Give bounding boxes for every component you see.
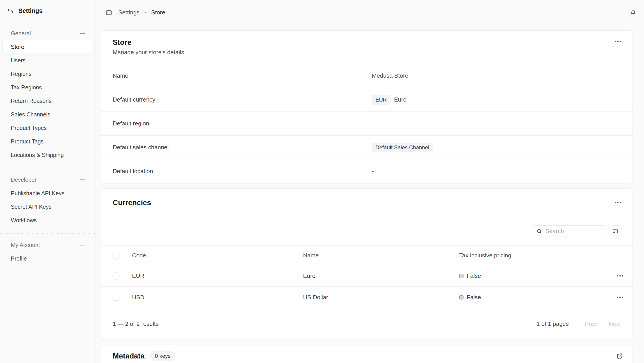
sidebar-item-store[interactable]: Store	[3, 40, 93, 54]
search-icon	[536, 228, 542, 234]
settings-sidebar: Settings General Store Users Regions Tax…	[0, 0, 96, 363]
cell-tax-inclusive: False	[467, 273, 481, 280]
row-value: -	[372, 120, 621, 127]
row-label: Default currency	[113, 96, 372, 103]
store-row-default-sales-channel: Default sales channel Default Sales Chan…	[101, 135, 632, 159]
settings-content: Store Manage your store's details Name M…	[96, 25, 644, 363]
store-row-name: Name Medusa Store	[101, 64, 632, 88]
section-header-my-account[interactable]: My Account	[3, 238, 93, 252]
sidebar-item-publishable-api-keys[interactable]: Publishable API Keys	[3, 186, 93, 200]
sidebar-item-regions[interactable]: Regions	[3, 67, 93, 81]
currencies-menu-button[interactable]	[612, 199, 624, 206]
store-card: Store Manage your store's details Name M…	[101, 31, 632, 183]
breadcrumb-separator-icon	[143, 10, 148, 15]
sidebar-item-product-tags[interactable]: Product Tags	[3, 135, 93, 148]
back-arrow-icon	[7, 7, 14, 14]
store-card-title: Store	[113, 38, 184, 47]
results-count: 1 — 2 of 2 results	[113, 321, 159, 328]
metadata-card-title: Metadata	[113, 352, 144, 360]
sidebar-title: Settings	[18, 7, 42, 14]
store-card-subtitle: Manage your store's details	[113, 49, 184, 56]
ellipsis-icon	[615, 41, 616, 42]
row-value: Euro	[394, 96, 406, 103]
sidebar-section-my-account: My Account Profile	[0, 234, 96, 272]
breadcrumb-store: Store	[151, 9, 165, 16]
sidebar-item-users[interactable]: Users	[3, 54, 93, 67]
section-label: My Account	[11, 242, 40, 248]
currencies-toolbar	[101, 217, 632, 245]
collapse-icon	[80, 245, 85, 245]
ellipsis-icon	[615, 202, 616, 203]
row-value: -	[372, 168, 621, 175]
store-row-default-currency: Default currency EUR Euro	[101, 88, 632, 111]
sidebar-back-header[interactable]: Settings	[0, 0, 96, 22]
metadata-card: Metadata 0 keys	[101, 345, 632, 363]
select-all-checkbox[interactable]	[113, 252, 120, 259]
sidebar-section-developer: Developer Publishable API Keys Secret AP…	[0, 168, 96, 233]
currency-code-badge: EUR	[372, 95, 390, 104]
breadcrumb-settings[interactable]: Settings	[118, 9, 140, 16]
app-root: Settings General Store Users Regions Tax…	[0, 0, 644, 363]
row-checkbox[interactable]	[113, 294, 120, 301]
next-page-button[interactable]: Next	[603, 321, 627, 328]
currency-row-eur[interactable]: EUR Euro False	[101, 265, 632, 287]
sort-descending-icon	[612, 228, 619, 235]
external-link-icon	[616, 353, 623, 360]
breadcrumb: Settings Store	[118, 9, 165, 16]
sidebar-item-secret-api-keys[interactable]: Secret API Keys	[3, 200, 93, 213]
sidebar-item-return-reasons[interactable]: Return Reasons	[3, 94, 93, 108]
sales-channel-badge: Default Sales Channel	[372, 143, 433, 152]
ellipsis-icon	[617, 275, 618, 277]
cell-name: Euro	[303, 273, 459, 280]
column-header-code: Code	[132, 252, 303, 259]
row-label: Name	[113, 72, 372, 79]
sidebar-item-tax-regions[interactable]: Tax Regions	[3, 81, 93, 94]
page-count: 1 of 1 pages	[536, 321, 569, 328]
section-header-developer[interactable]: Developer	[3, 173, 93, 186]
currency-row-menu-button[interactable]	[614, 273, 626, 279]
cell-name: US Dollar	[303, 294, 459, 301]
false-indicator-icon	[459, 295, 464, 300]
store-row-default-region: Default region -	[101, 111, 632, 135]
sidebar-item-locations-shipping[interactable]: Locations & Shipping	[3, 148, 93, 162]
sidebar-item-profile[interactable]: Profile	[3, 252, 93, 265]
ellipsis-icon	[617, 297, 618, 298]
column-header-tax-inclusive: Tax inclusive pricing	[459, 252, 608, 259]
row-label: Default location	[113, 168, 372, 175]
cell-code: USD	[132, 294, 303, 301]
false-indicator-icon	[459, 274, 464, 278]
currencies-pagination: 1 — 2 of 2 results 1 of 1 pages Prev Nex…	[101, 308, 632, 340]
notifications-button[interactable]	[628, 8, 638, 17]
sidebar-item-workflows[interactable]: Workflows	[3, 213, 93, 227]
store-row-default-location: Default location -	[101, 159, 632, 183]
sidebar-section-general: General Store Users Regions Tax Regions …	[0, 22, 96, 168]
currencies-table-header: Code Name Tax inclusive pricing	[101, 245, 632, 265]
sidebar-toggle-icon	[105, 9, 112, 16]
topbar: Settings Store	[96, 0, 644, 25]
section-label: Developer	[11, 177, 36, 183]
row-checkbox[interactable]	[113, 273, 120, 279]
row-label: Default sales channel	[113, 144, 372, 151]
section-label: General	[11, 30, 31, 37]
row-label: Default region	[113, 120, 372, 127]
column-header-name: Name	[303, 252, 459, 259]
cell-tax-inclusive: False	[467, 294, 481, 301]
prev-page-button[interactable]: Prev	[579, 321, 603, 328]
search-input[interactable]	[532, 225, 607, 237]
collapse-icon	[80, 33, 85, 34]
collapse-icon	[80, 179, 85, 180]
sidebar-toggle-button[interactable]	[104, 8, 114, 17]
row-value: Medusa Store	[372, 72, 621, 79]
bell-icon	[630, 9, 637, 16]
metadata-keys-badge: 0 keys	[150, 351, 175, 361]
store-menu-button[interactable]	[612, 38, 624, 45]
currency-row-usd[interactable]: USD US Dollar False	[101, 287, 632, 308]
currency-row-menu-button[interactable]	[614, 294, 626, 301]
section-header-general[interactable]: General	[3, 26, 93, 40]
metadata-edit-button[interactable]	[615, 351, 624, 361]
main-area: Settings Store Store Manage	[96, 0, 644, 363]
sort-button[interactable]	[610, 225, 622, 237]
sidebar-item-sales-channels[interactable]: Sales Channels	[3, 108, 93, 121]
sidebar-item-product-types[interactable]: Product Types	[3, 121, 93, 135]
currencies-card-title: Currencies	[113, 198, 151, 207]
